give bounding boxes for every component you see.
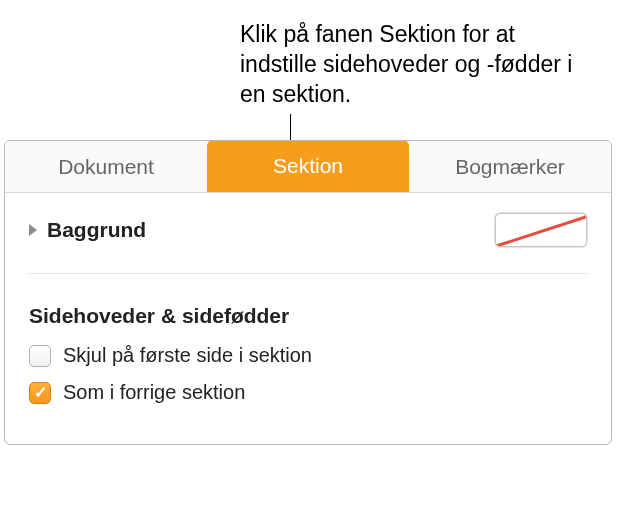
tab-bar: Dokument Sektion Bogmærker: [5, 141, 611, 193]
same-as-previous-row[interactable]: ✓ Som i forrige sektion: [29, 381, 587, 404]
background-row: Baggrund: [29, 213, 587, 274]
tab-bookmarks[interactable]: Bogmærker: [409, 141, 611, 192]
same-as-previous-checkbox[interactable]: ✓: [29, 382, 51, 404]
tab-document-label: Dokument: [58, 155, 154, 179]
hide-first-page-label: Skjul på første side i sektion: [63, 344, 312, 367]
section-body: Baggrund Sidehoveder & sidefødder Skjul …: [5, 193, 611, 444]
inspector-panel: Dokument Sektion Bogmærker Baggrund Side…: [4, 140, 612, 445]
headers-footers-title: Sidehoveder & sidefødder: [29, 304, 587, 328]
background-color-well[interactable]: [495, 213, 587, 247]
same-as-previous-label: Som i forrige sektion: [63, 381, 245, 404]
tab-document[interactable]: Dokument: [5, 141, 207, 192]
background-label: Baggrund: [47, 218, 146, 242]
chevron-right-icon: [29, 224, 37, 236]
background-disclosure[interactable]: Baggrund: [29, 218, 146, 242]
tab-section[interactable]: Sektion: [207, 140, 409, 192]
checkmark-icon: ✓: [34, 385, 47, 401]
callout-text: Klik på fanen Sektion for at indstille s…: [240, 20, 580, 110]
callout-leader-line: [290, 114, 291, 142]
tab-section-label: Sektion: [273, 154, 343, 178]
hide-first-page-checkbox[interactable]: [29, 345, 51, 367]
tab-bookmarks-label: Bogmærker: [455, 155, 565, 179]
hide-first-page-row[interactable]: Skjul på første side i sektion: [29, 344, 587, 367]
